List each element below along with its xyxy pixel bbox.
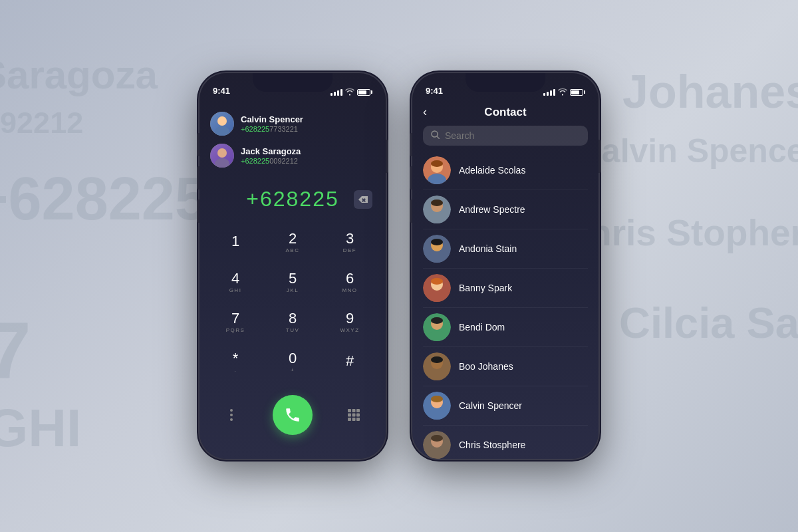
- key-8-alpha: TUV: [286, 327, 300, 333]
- svg-rect-10: [348, 418, 351, 421]
- key-5[interactable]: 5 JKL: [270, 263, 315, 301]
- key-hash[interactable]: #: [327, 343, 372, 380]
- contact-item[interactable]: Calvin Spencer: [423, 386, 588, 426]
- number-dark-2: 0092212: [269, 157, 298, 165]
- call-button[interactable]: [273, 395, 313, 435]
- svg-line-14: [437, 136, 440, 139]
- key-8[interactable]: 8 TUV: [270, 303, 315, 340]
- contact-item[interactable]: Banny Spark: [423, 269, 588, 308]
- key-4[interactable]: 4 GHI: [213, 263, 258, 301]
- contact-item[interactable]: Bendi Dom: [423, 308, 588, 347]
- svg-point-1: [215, 126, 229, 136]
- bg-watermark-3: +628225: [0, 166, 208, 232]
- key-5-alpha: JKL: [287, 287, 299, 293]
- key-7-alpha: PQRS: [226, 327, 245, 333]
- grid-icon: [348, 409, 360, 421]
- svg-rect-9: [356, 414, 360, 417]
- contact-item[interactable]: Andrew Spectre: [423, 190, 588, 229]
- contacts-time: 9:41: [426, 86, 443, 96]
- dialer-bottom-bar: [200, 388, 386, 446]
- key-star[interactable]: * .: [213, 343, 258, 380]
- key-7[interactable]: 7 PQRS: [213, 303, 258, 340]
- key-4-num: 4: [231, 271, 239, 286]
- recent-call-2[interactable]: Jack Saragoza +6282250092212: [210, 140, 375, 172]
- contacts-title: Contact: [443, 106, 568, 119]
- contacts-list: Adelaide Scolas Andrew Spectre: [412, 151, 598, 459]
- notch-dialer: [253, 73, 332, 92]
- phones-container: 9:41: [200, 73, 598, 459]
- svg-rect-12: [356, 418, 360, 421]
- dialer-display: +628225: [200, 177, 386, 218]
- dialer-number: +628225: [213, 187, 372, 211]
- contact-avatar-3: [423, 274, 451, 302]
- signal-bar-4: [340, 89, 342, 96]
- contact-name-4: Bendi Dom: [459, 322, 505, 332]
- dialer-phone: 9:41: [200, 73, 386, 459]
- svg-point-22: [431, 200, 443, 206]
- key-4-alpha: GHI: [229, 287, 242, 293]
- keypad-toggle-button[interactable]: [342, 403, 366, 427]
- search-placeholder: Search: [445, 130, 474, 141]
- contact-avatar-2: [423, 235, 451, 263]
- keypad-row-3: 7 PQRS 8 TUV 9 WXYZ: [213, 303, 372, 340]
- contact-name-1: Andrew Spectre: [459, 204, 525, 215]
- signal-bar-3: [337, 90, 339, 96]
- key-6-alpha: MNO: [342, 287, 357, 293]
- dot-2: [230, 414, 233, 416]
- key-9[interactable]: 9 WXYZ: [327, 303, 372, 340]
- call-info-jack: Jack Saragoza +6282250092212: [241, 146, 375, 165]
- contacts-phone: 9:41: [412, 73, 598, 459]
- key-star-num: *: [233, 351, 239, 366]
- contact-item[interactable]: Boo Johanes: [423, 347, 588, 386]
- dialer-status-icons: [331, 88, 372, 96]
- bg-watermark-2: 0092212: [0, 106, 83, 140]
- bg-watermark-1: Saragoza: [0, 53, 158, 97]
- bg-watermark-r4: Cilcia Sal: [619, 299, 798, 347]
- bg-watermark-r1: Johanes: [622, 66, 798, 118]
- keypad-row-4: * . 0 + #: [213, 343, 372, 380]
- svg-point-26: [431, 239, 443, 245]
- recent-call-1[interactable]: Calvin Spencer +6282257733221: [210, 108, 375, 140]
- svg-point-0: [217, 116, 227, 126]
- key-2[interactable]: 2 ABC: [270, 223, 315, 261]
- contact-avatar-6: [423, 392, 451, 420]
- contact-avatar-1: [423, 196, 451, 223]
- contact-name-2: Andonia Stain: [459, 243, 517, 254]
- contact-item[interactable]: Chris Stosphere: [423, 426, 588, 459]
- keypad-row-1: 1 2 ABC 3 DEF: [213, 223, 372, 261]
- contacts-status-icons: [543, 88, 585, 96]
- contact-avatar-5: [423, 352, 451, 380]
- caller-name-2: Jack Saragoza: [241, 146, 375, 156]
- key-3[interactable]: 3 DEF: [327, 223, 372, 261]
- svg-rect-11: [352, 418, 356, 421]
- signal-icon: [331, 89, 342, 96]
- caller-name-1: Calvin Spencer: [241, 114, 375, 124]
- svg-point-30: [431, 278, 443, 285]
- svg-rect-5: [352, 409, 356, 412]
- recent-calls-list: Calvin Spencer +6282257733221: [200, 101, 386, 177]
- key-0[interactable]: 0 +: [270, 343, 315, 380]
- key-6[interactable]: 6 MNO: [327, 263, 372, 301]
- contact-item[interactable]: Andonia Stain: [423, 229, 588, 269]
- dot-3: [230, 418, 233, 421]
- search-bar[interactable]: Search: [423, 126, 588, 146]
- contact-item[interactable]: Adelaide Scolas: [423, 151, 588, 190]
- key-3-alpha: DEF: [343, 247, 357, 253]
- key-1[interactable]: 1: [213, 223, 258, 261]
- caller-number-2: +6282250092212: [241, 157, 375, 165]
- clear-button[interactable]: [354, 190, 372, 209]
- back-button[interactable]: ‹: [423, 105, 443, 119]
- contact-avatar-7: [423, 431, 451, 459]
- svg-point-38: [431, 356, 443, 363]
- call-info-calvin: Calvin Spencer +6282257733221: [241, 114, 375, 133]
- battery-icon: [357, 89, 372, 96]
- contact-name-7: Chris Stosphere: [459, 440, 525, 450]
- keypad: 1 2 ABC 3 DEF 4 GHI: [200, 218, 386, 388]
- dot-1: [230, 409, 233, 412]
- keypad-row-2: 4 GHI 5 JKL 6 MNO: [213, 263, 372, 301]
- dialer-time: 9:41: [213, 86, 230, 96]
- contact-avatar-0: [423, 156, 451, 184]
- contacts-signal-icon: [543, 89, 555, 96]
- more-options-button[interactable]: [219, 403, 243, 427]
- dialer-screen: 9:41: [200, 73, 386, 459]
